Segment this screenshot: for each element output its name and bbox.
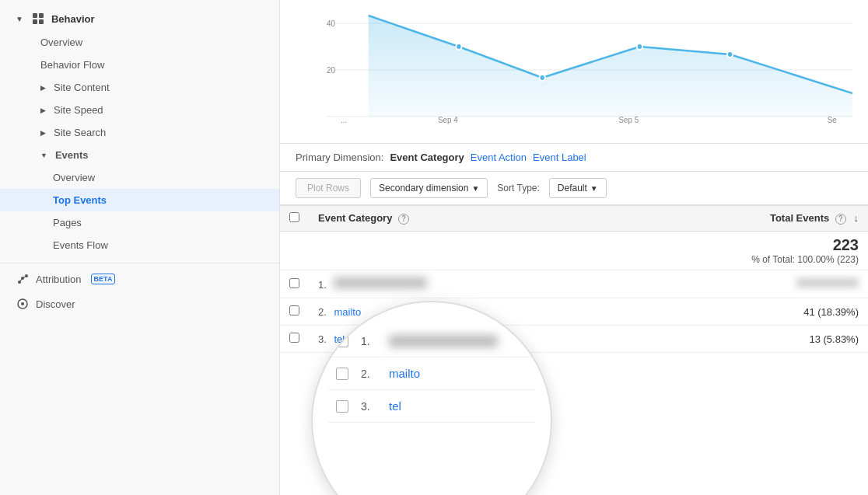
- svg-point-19: [637, 44, 642, 50]
- th-total-events: Total Events ? ↓: [590, 206, 868, 232]
- sidebar-item-discover[interactable]: Discover: [0, 291, 279, 316]
- dimension-active: Event Category: [390, 152, 464, 163]
- th-event-category: Event Category ?: [309, 206, 590, 232]
- sidebar-item-overview[interactable]: Overview: [0, 31, 279, 54]
- row-1-count-blurred: [796, 278, 859, 288]
- svg-rect-2: [33, 19, 37, 24]
- events-table: Event Category ? Total Events ? ↓: [280, 205, 868, 353]
- line-chart: 40 20 ... Sep 4 Sep 5 Se: [327, 8, 852, 124]
- main-content: 40 20 ... Sep 4 Sep 5 Se Primary Dimensi…: [280, 0, 868, 495]
- discover-icon: [16, 297, 30, 311]
- sidebar-item-attribution[interactable]: Attribution BETA: [0, 267, 279, 291]
- svg-text:Sep 4: Sep 4: [438, 116, 458, 124]
- dimension-bar: Primary Dimension: Event Category Event …: [280, 144, 868, 172]
- sidebar: ▼ Behavior Overview Behavior Flow ▶ Site…: [0, 0, 280, 495]
- dimension-link-event-label[interactable]: Event Label: [533, 152, 586, 163]
- row-1-count: [590, 270, 868, 298]
- svg-point-18: [540, 75, 545, 81]
- magnifier-value-3: tel: [389, 399, 401, 413]
- table-row: 1.: [280, 270, 868, 298]
- magnifier-num-3: 3.: [361, 400, 376, 413]
- row-3-checkbox-cell: [280, 326, 309, 353]
- sidebar-item-label: Attribution: [36, 274, 82, 285]
- svg-line-7: [19, 278, 23, 282]
- sort-type-dropdown[interactable]: Default ▼: [549, 178, 607, 198]
- sidebar-item-pages[interactable]: Pages: [0, 211, 279, 234]
- svg-text:40: 40: [327, 19, 335, 29]
- row-3-value-link[interactable]: tel: [334, 333, 345, 345]
- row-3-count: 13 (5.83%): [590, 326, 868, 353]
- svg-point-17: [456, 44, 461, 50]
- dimension-prefix: Primary Dimension:: [296, 152, 383, 163]
- select-all-checkbox[interactable]: [289, 212, 299, 222]
- sidebar-item-behavior[interactable]: ▼ Behavior: [0, 6, 279, 31]
- behavior-icon: [31, 12, 45, 26]
- row-3-checkbox[interactable]: [289, 333, 299, 343]
- secondary-dimension-dropdown[interactable]: Secondary dimension ▼: [370, 178, 488, 198]
- sidebar-item-label: Events Flow: [53, 239, 108, 251]
- sort-desc-icon[interactable]: ↓: [854, 212, 859, 224]
- total-count-cell: 223 % of Total: 100.00% (223): [590, 232, 868, 270]
- row-1-category: 1.: [309, 270, 590, 298]
- magnifier-checkbox-3: [336, 400, 348, 413]
- row-2-value-link[interactable]: mailto: [334, 306, 361, 318]
- table-row: 2. mailto 41 (18.39%): [280, 298, 868, 326]
- svg-text:...: ...: [341, 116, 347, 124]
- row-num: 2.: [318, 306, 327, 318]
- magnifier-row-2: 2. mailto: [328, 357, 535, 390]
- magnifier-row-3: 3. tel: [328, 390, 535, 423]
- row-num: 3.: [318, 333, 327, 345]
- sidebar-item-events-overview[interactable]: Overview: [0, 166, 279, 189]
- total-label: [309, 232, 590, 270]
- site-content-arrow-icon: ▶: [40, 84, 46, 92]
- table-container: Event Category ? Total Events ? ↓: [280, 205, 868, 495]
- chevron-down-icon: ▼: [471, 184, 479, 193]
- table-row: 3. tel 13 (5.83%): [280, 326, 868, 353]
- row-1-checkbox[interactable]: [289, 278, 299, 288]
- sidebar-item-label: Pages: [53, 217, 82, 228]
- row-num: 1.: [318, 279, 327, 291]
- row-2-count: 41 (18.39%): [590, 298, 868, 326]
- svg-point-20: [727, 51, 733, 58]
- row-3-category: 3. tel: [309, 326, 590, 353]
- site-speed-arrow-icon: ▶: [40, 106, 46, 114]
- row-2-category: 2. mailto: [309, 298, 590, 326]
- total-events-help-icon[interactable]: ?: [835, 214, 846, 225]
- magnifier-value-2: mailto: [389, 367, 420, 380]
- magnifier-num-2: 2.: [361, 368, 376, 380]
- sidebar-item-top-events[interactable]: Top Events: [0, 189, 279, 211]
- svg-marker-16: [369, 16, 852, 117]
- total-count: 223: [600, 236, 859, 254]
- event-category-help-icon[interactable]: ?: [398, 214, 409, 225]
- sidebar-item-site-search[interactable]: ▶ Site Search: [0, 121, 279, 144]
- dimension-link-event-action[interactable]: Event Action: [471, 152, 527, 163]
- row-1-checkbox-cell: [280, 270, 309, 298]
- sidebar-item-behavior-flow[interactable]: Behavior Flow: [0, 54, 279, 76]
- sidebar-item-label: Top Events: [53, 194, 107, 206]
- svg-text:20: 20: [327, 66, 335, 75]
- svg-rect-1: [39, 13, 44, 18]
- behavior-chevron-icon: ▼: [16, 15, 23, 23]
- sidebar-item-site-speed[interactable]: ▶ Site Speed: [0, 99, 279, 121]
- row-1-value-blurred: [334, 277, 427, 288]
- sidebar-item-label: Discover: [36, 298, 75, 310]
- plot-rows-button[interactable]: Plot Rows: [296, 178, 361, 198]
- beta-badge: BETA: [91, 274, 116, 284]
- sidebar-item-label: Site Content: [54, 82, 110, 93]
- sidebar-item-events[interactable]: ▼ Events: [0, 144, 279, 166]
- row-2-checkbox[interactable]: [289, 305, 299, 315]
- row-2-checkbox-cell: [280, 298, 309, 326]
- svg-point-10: [21, 302, 24, 305]
- sidebar-item-label: Overview: [40, 37, 82, 48]
- sidebar-item-events-flow[interactable]: Events Flow: [0, 234, 279, 256]
- sidebar-item-site-content[interactable]: ▶ Site Content: [0, 76, 279, 99]
- th-checkbox: [280, 206, 309, 232]
- sidebar-item-label: Site Speed: [54, 104, 103, 116]
- magnifier-checkbox-2: [336, 368, 348, 380]
- controls-bar: Plot Rows Secondary dimension ▼ Sort Typ…: [280, 172, 868, 205]
- sort-type-label: Sort Type:: [497, 183, 539, 193]
- total-sub: % of Total: 100.00% (223): [751, 254, 859, 265]
- chart-area: 40 20 ... Sep 4 Sep 5 Se: [280, 0, 868, 144]
- attribution-icon: [16, 272, 30, 286]
- sidebar-item-label: Behavior: [51, 13, 95, 25]
